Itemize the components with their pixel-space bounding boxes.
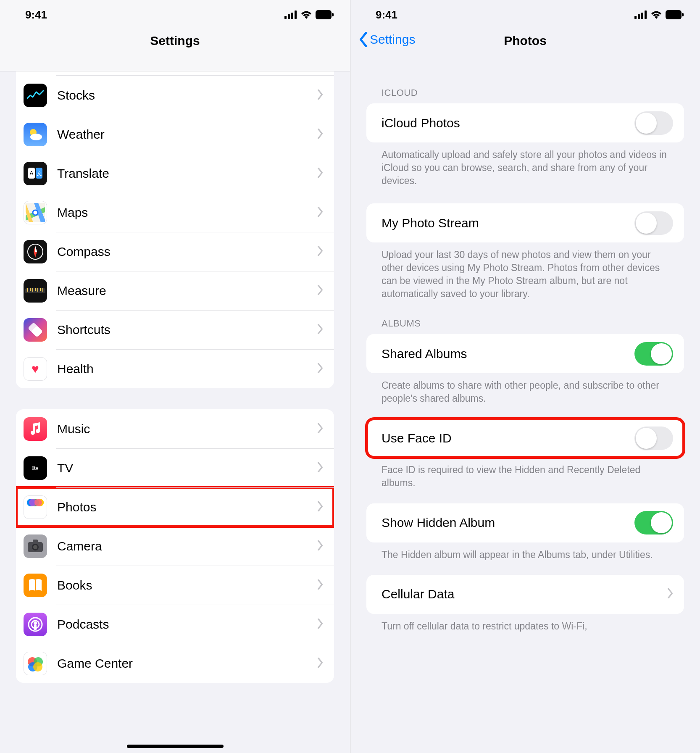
wifi-icon <box>300 11 312 19</box>
photos-settings-screen: 9:41 Settings Photos ICLOUD iCloud Photo… <box>350 0 700 753</box>
settings-list[interactable]: StocksWeatherA文TranslateMapsCompassMeasu… <box>0 71 350 753</box>
camera-icon <box>24 534 47 558</box>
svg-rect-42 <box>666 10 682 19</box>
translate-icon: A文 <box>24 162 47 185</box>
row-label: Shortcuts <box>57 323 317 337</box>
settings-row-health[interactable]: ♥Health <box>16 349 334 388</box>
chevron-right-icon <box>317 540 323 552</box>
row-label: Cellular Data <box>382 587 667 601</box>
row-hidden-album[interactable]: Show Hidden Album <box>366 503 684 542</box>
footer-shared-albums: Create albums to share with other people… <box>366 373 684 407</box>
group-icloud-photos: iCloud Photos <box>366 103 684 142</box>
row-label: Use Face ID <box>382 431 634 445</box>
chevron-right-icon <box>317 363 323 375</box>
group-cellular-data: Cellular Data <box>366 575 684 614</box>
settings-row-shortcuts[interactable]: Shortcuts <box>16 310 334 349</box>
podcasts-icon <box>24 613 47 636</box>
status-time: 9:41 <box>25 8 47 21</box>
page-title: Photos <box>504 34 547 48</box>
settings-row-compass[interactable]: Compass <box>16 232 334 271</box>
health-icon: ♥ <box>24 357 47 381</box>
cellular-icon <box>634 11 647 19</box>
row-label: Music <box>57 422 317 436</box>
settings-row-camera[interactable]: Camera <box>16 527 334 566</box>
section-header-albums: ALBUMS <box>366 302 684 334</box>
status-bar: 9:41 <box>350 0 700 29</box>
settings-row-tv[interactable]: tvTV <box>16 448 334 487</box>
footer-hidden-album: The Hidden album will appear in the Albu… <box>366 542 684 563</box>
row-cellular-data[interactable]: Cellular Data <box>366 575 684 614</box>
maps-icon <box>24 201 47 224</box>
row-label: Camera <box>57 539 317 553</box>
svg-point-13 <box>33 210 38 215</box>
page-title: Settings <box>150 34 200 48</box>
row-label: Show Hidden Album <box>382 516 634 530</box>
chevron-right-icon <box>317 129 323 140</box>
settings-row-stocks[interactable]: Stocks <box>16 76 334 115</box>
books-icon <box>24 574 47 597</box>
svg-rect-33 <box>34 624 37 630</box>
settings-row-music[interactable]: Music <box>16 409 334 448</box>
settings-row-podcasts[interactable]: Podcasts <box>16 605 334 644</box>
chevron-right-icon <box>317 658 323 669</box>
settings-row-measure[interactable]: Measure <box>16 271 334 310</box>
gamecenter-icon <box>24 652 47 675</box>
weather-icon <box>24 123 47 146</box>
stocks-icon <box>24 84 47 107</box>
svg-rect-3 <box>295 11 297 19</box>
row-label: iCloud Photos <box>382 116 634 130</box>
row-icloud-photos[interactable]: iCloud Photos <box>366 103 684 142</box>
back-label: Settings <box>370 32 415 47</box>
photos-settings-content[interactable]: ICLOUD iCloud Photos Automatically uploa… <box>350 71 700 753</box>
svg-point-7 <box>30 134 42 140</box>
svg-rect-41 <box>645 11 647 19</box>
battery-icon <box>316 10 334 19</box>
svg-text:A: A <box>29 170 34 176</box>
footer-use-faceid: Face ID is required to view the Hidden a… <box>366 458 684 491</box>
svg-rect-1 <box>288 14 290 19</box>
status-time: 9:41 <box>376 8 397 21</box>
row-label: Podcasts <box>57 617 317 632</box>
toggle-use-faceid[interactable] <box>634 427 673 450</box>
status-icons <box>284 10 334 19</box>
toggle-icloud-photos[interactable] <box>634 111 673 135</box>
svg-rect-26 <box>33 540 38 543</box>
home-indicator[interactable] <box>127 745 224 748</box>
row-shared-albums[interactable]: Shared Albums <box>366 334 684 373</box>
row-label: Books <box>57 578 317 592</box>
music-icon <box>24 417 47 441</box>
svg-point-28 <box>33 545 37 549</box>
chevron-right-icon <box>317 579 323 591</box>
settings-row-weather[interactable]: Weather <box>16 115 334 154</box>
row-label: Measure <box>57 284 317 298</box>
settings-row-photos[interactable]: Photos <box>16 487 334 527</box>
toggle-hidden-album[interactable] <box>634 511 673 534</box>
svg-text:文: 文 <box>37 170 42 176</box>
nav-bar: Settings <box>0 29 350 71</box>
status-icons <box>634 10 684 19</box>
svg-rect-0 <box>284 16 287 19</box>
compass-icon <box>24 240 47 263</box>
svg-rect-5 <box>332 13 334 16</box>
settings-row-translate[interactable]: A文Translate <box>16 154 334 193</box>
footer-icloud-photos: Automatically upload and safely store al… <box>366 142 684 189</box>
chevron-right-icon <box>317 285 323 297</box>
chevron-right-icon <box>317 246 323 258</box>
row-label: Health <box>57 362 317 376</box>
chevron-right-icon <box>667 588 673 600</box>
back-button[interactable]: Settings <box>359 32 415 47</box>
settings-row-books[interactable]: Books <box>16 566 334 605</box>
status-bar: 9:41 <box>0 0 350 29</box>
svg-rect-4 <box>316 10 332 19</box>
row-label: Translate <box>57 166 317 181</box>
row-label: Maps <box>57 205 317 220</box>
row-use-faceid[interactable]: Use Face ID <box>366 419 684 458</box>
row-photo-stream[interactable]: My Photo Stream <box>366 203 684 242</box>
toggle-shared-albums[interactable] <box>634 342 673 366</box>
chevron-right-icon <box>317 501 323 513</box>
group-shared-albums: Shared Albums <box>366 334 684 373</box>
settings-row-maps[interactable]: Maps <box>16 193 334 232</box>
settings-row-gamecenter[interactable]: Game Center <box>16 644 334 683</box>
toggle-photo-stream[interactable] <box>634 211 673 235</box>
svg-rect-39 <box>638 14 640 19</box>
